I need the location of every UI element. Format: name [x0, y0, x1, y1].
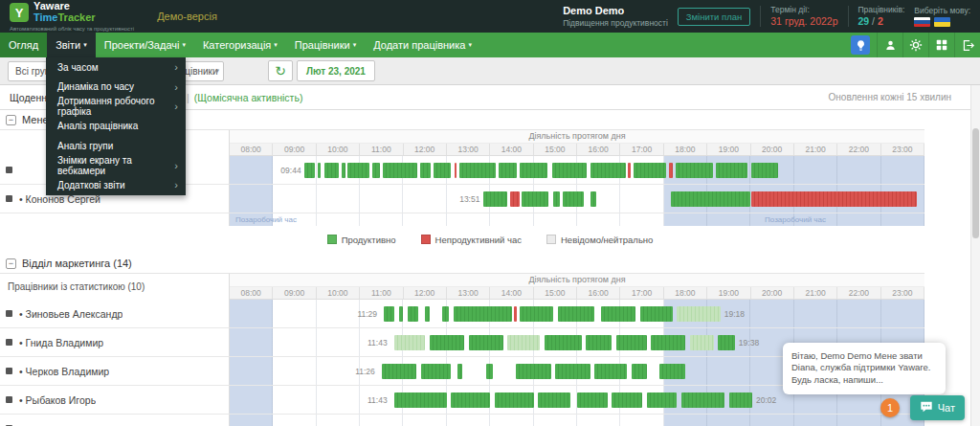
- nav-item-3[interactable]: Проекти/Задачі▾: [96, 33, 194, 57]
- reports-menu-item-5[interactable]: Аналіз групи: [46, 136, 186, 156]
- lightbulb-icon[interactable]: [851, 35, 870, 55]
- legend-swatch-p: [327, 235, 337, 244]
- chat-notification-badge: 1: [880, 398, 900, 417]
- tab-monthly-activity[interactable]: (Щомісячна активність): [194, 92, 303, 103]
- reports-menu-item-4[interactable]: Аналіз працівника: [46, 117, 186, 137]
- group-title[interactable]: Відділ маркетинга (14): [22, 258, 132, 269]
- logout-icon[interactable]: [954, 33, 980, 57]
- activity-segment-productive: [681, 392, 724, 408]
- reports-menu-item-7[interactable]: Додаткові звіти›: [46, 175, 186, 195]
- gear-icon[interactable]: [902, 33, 928, 57]
- activity-segment-productive: [394, 392, 446, 408]
- submenu-arrow-icon: ›: [174, 179, 178, 191]
- reports-menu-item-2[interactable]: Динаміка по часу›: [46, 78, 186, 98]
- collapse-icon[interactable]: −: [6, 258, 16, 269]
- activity-segment-productive: [647, 392, 678, 408]
- hour-label: 21:00: [794, 287, 837, 299]
- refresh-icon: ↻: [275, 63, 286, 78]
- activity-segment-neutral: [507, 335, 540, 350]
- activity-segment-productive: [612, 392, 642, 408]
- reports-menu-item-1[interactable]: За часом›: [46, 57, 186, 78]
- reports-menu-item-3[interactable]: Дотримання робочого графіка›: [46, 97, 186, 117]
- employee-name-cell[interactable]: [0, 415, 230, 426]
- collapse-icon[interactable]: −: [6, 115, 16, 125]
- employee-name[interactable]: • Зиновьев Александр: [19, 308, 122, 320]
- activity-segment-productive: [545, 335, 582, 350]
- language-block: Виберіть мову:: [914, 6, 970, 28]
- nav-item-5[interactable]: Працівники▾: [286, 33, 365, 57]
- nav-item-label: Проекти/Задачі: [104, 39, 180, 51]
- scrollbar-thumb[interactable]: [972, 128, 979, 238]
- activity-segment-productive: [563, 191, 583, 207]
- vertical-scrollbar[interactable]: [970, 85, 980, 426]
- nav-item-2[interactable]: Звіти▾: [47, 33, 96, 57]
- date-picker[interactable]: Лют 23, 2021: [297, 60, 375, 81]
- activity-segment-nonproductive: [510, 191, 520, 207]
- activity-segment-productive: [451, 392, 490, 408]
- nav-item-label: Додати працівника: [373, 39, 465, 51]
- activity-segment-productive: [634, 163, 666, 178]
- activity-segment-productive: [671, 191, 751, 207]
- nav-item-6[interactable]: Додати працівника▾: [365, 33, 480, 57]
- monitor-icon: [6, 339, 12, 346]
- time-axis: 08:0009:0010:0011:0012:0013:0014:0015:00…: [230, 286, 924, 300]
- employee-name-cell[interactable]: • Рыбаков Игорь: [0, 386, 230, 414]
- menu-item-label: Аналіз працівника: [57, 121, 138, 131]
- chat-button[interactable]: Чат: [910, 395, 965, 420]
- russian-flag-icon[interactable]: [914, 17, 930, 27]
- hour-label: 18:00: [664, 287, 707, 299]
- group-header: − Відділ маркетинга (14): [0, 254, 980, 273]
- nav-item-1[interactable]: Огляд: [0, 33, 47, 57]
- term-block: Термін дії: 31 груд. 2022р: [770, 5, 837, 28]
- monitor-icon: [6, 368, 12, 374]
- activity-segment-productive: [590, 191, 597, 207]
- legend: ПродуктивноНепродуктивний часНевідомо/не…: [0, 231, 980, 248]
- logo[interactable]: Y Yaware TimeTracker Автоматизований обл…: [10, 1, 134, 31]
- activity-segment-productive: [594, 364, 627, 379]
- reports-menu-item-6[interactable]: Знімки екрану та вебкамери›: [46, 156, 186, 176]
- legend-swatch-n: [421, 235, 431, 244]
- nav-item-4[interactable]: Категоризація▾: [194, 33, 286, 57]
- activity-segment-productive: [751, 163, 778, 178]
- activity-segment-nonproductive: [751, 191, 917, 207]
- activity-segment-productive: [486, 364, 493, 379]
- refresh-note: Оновлення кожні 15 хвилин: [829, 92, 951, 102]
- chart-header: Працівники із статистикою (10) Діяльніст…: [0, 273, 924, 300]
- caret-down-icon: ▾: [274, 41, 278, 49]
- hour-label: 22:00: [837, 144, 880, 155]
- employee-name-cell[interactable]: • Зиновьев Александр: [0, 300, 230, 327]
- activity-segment-productive: [651, 335, 685, 350]
- employee-name[interactable]: • Гнида Владимир: [19, 337, 103, 348]
- activity-segment-productive: [408, 306, 418, 322]
- employee-name[interactable]: • Рыбаков Игорь: [19, 394, 96, 406]
- timeline-row: [0, 415, 924, 426]
- divider: [848, 6, 849, 27]
- ukrainian-flag-icon[interactable]: [934, 17, 950, 27]
- menu-item-label: Аналіз групи: [57, 141, 113, 151]
- activity-segment-productive: [659, 364, 685, 379]
- apps-icon[interactable]: [928, 33, 954, 57]
- activity-segment-productive: [616, 335, 647, 350]
- employee-name-cell[interactable]: • Гнида Владимир: [0, 328, 230, 356]
- submenu-arrow-icon: ›: [174, 160, 178, 171]
- activity-segment-productive: [577, 392, 608, 408]
- activity-segment-productive: [420, 163, 431, 178]
- refresh-button[interactable]: ↻: [268, 60, 293, 81]
- hour-label: 17:00: [620, 144, 663, 155]
- start-time-label: 13:51: [447, 194, 479, 204]
- activity-segment-nonproductive: [669, 163, 673, 178]
- employee-name-cell[interactable]: • Черков Владимир: [0, 357, 230, 385]
- chat-message-bubble[interactable]: Вітаю, Demo Demo Мене звати Diana, служб…: [783, 343, 946, 394]
- hour-label: 15:00: [534, 144, 577, 155]
- activity-segment-productive: [538, 392, 570, 408]
- activity-segment-productive: [324, 163, 339, 178]
- activity-segment-productive: [483, 191, 507, 207]
- start-time-label: 11:26: [343, 367, 375, 376]
- activity-segment-productive: [347, 163, 369, 178]
- activity-segment-productive: [442, 306, 449, 322]
- hour-label: 12:00: [404, 287, 447, 299]
- employee-name[interactable]: • Черков Владимир: [19, 366, 109, 377]
- caret-down-icon: ▾: [468, 41, 472, 49]
- user-icon[interactable]: [877, 33, 902, 57]
- change-plan-button[interactable]: Змінити план: [678, 8, 750, 26]
